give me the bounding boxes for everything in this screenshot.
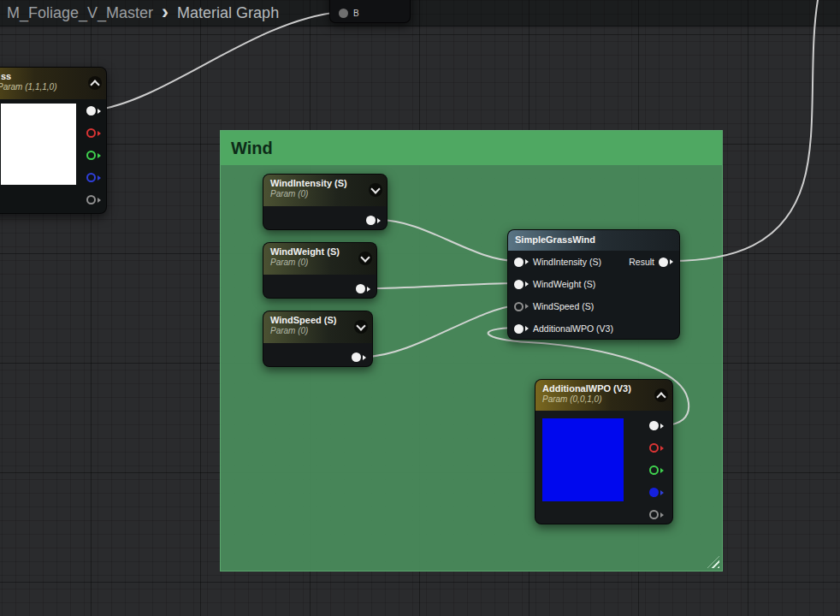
output-pin-g[interactable] — [649, 465, 659, 475]
pin-arrow-icon — [98, 109, 101, 114]
node-header[interactable]: ss Param (1,1,1,0) — [0, 68, 106, 99]
output-label: Result — [629, 257, 654, 267]
node-subtitle: Param (0) — [270, 326, 365, 335]
pin-arrow-icon — [525, 304, 529, 309]
pin-arrow-icon — [660, 490, 664, 495]
input-label: WindSpeed (S) — [533, 301, 594, 311]
chevron-up-icon — [90, 80, 99, 89]
output-pin-b[interactable] — [86, 173, 96, 182]
node-title: ss — [0, 71, 99, 81]
node-header[interactable]: WindSpeed (S) Param (0) — [263, 311, 372, 343]
expand-button[interactable] — [358, 252, 372, 265]
node-title: SimpleGrassWind — [515, 234, 672, 245]
pin-arrow-icon — [525, 326, 529, 331]
wire-leftparam-to-b[interactable] — [94, 12, 340, 110]
breadcrumb-chevron-icon: › — [162, 3, 169, 21]
pin-arrow-icon — [660, 446, 664, 451]
output-pin-a[interactable] — [649, 510, 659, 519]
wire-windintensity[interactable] — [379, 220, 517, 261]
output-pin[interactable] — [366, 216, 376, 225]
node-subtitle: Param (0) — [270, 258, 370, 267]
collapse-button[interactable] — [654, 388, 668, 402]
node-header[interactable]: SimpleGrassWind — [508, 230, 679, 251]
node-title: WindSpeed (S) — [270, 315, 365, 325]
pin-arrow-icon — [98, 175, 101, 181]
input-label: WindWeight (S) — [533, 279, 595, 289]
node-title: AdditionalWPO (V3) — [542, 383, 665, 394]
input-pin-windintensity[interactable] — [514, 258, 524, 267]
input-label: WindIntensity (S) — [533, 257, 601, 267]
node-header[interactable]: WindIntensity (S) Param (0) — [263, 175, 387, 206]
node-subtitle: Param (0) — [270, 189, 380, 198]
wire-layer — [0, 0, 840, 616]
material-graph-canvas[interactable]: Wind B ss Param (1,1,1,0) — [0, 0, 840, 616]
pin-arrow-icon — [377, 218, 381, 223]
node-additionalwpo-param[interactable]: AdditionalWPO (V3) Param (0,0,1,0) — [535, 379, 673, 524]
pin-arrow-icon — [660, 424, 664, 429]
pin-arrow-icon — [98, 153, 101, 158]
expand-button[interactable] — [369, 183, 382, 197]
chevron-down-icon — [370, 184, 380, 193]
input-pin-b[interactable] — [339, 9, 348, 18]
output-pin-a[interactable] — [86, 195, 96, 204]
node-windweight-param[interactable]: WindWeight (S) Param (0) — [263, 242, 377, 299]
input-pin-windspeed[interactable] — [514, 302, 524, 311]
output-pin-rgba[interactable] — [86, 106, 96, 116]
node-subtitle: Param (1,1,1,0) — [0, 82, 99, 92]
output-pin-b[interactable] — [649, 488, 659, 497]
pin-row-windintensity: WindIntensity (S) Result — [508, 251, 679, 273]
node-windintensity-param[interactable]: WindIntensity (S) Param (0) — [263, 174, 387, 230]
pin-arrow-icon — [525, 281, 529, 287]
output-pin-r[interactable] — [86, 128, 96, 138]
pin-arrow-icon — [525, 259, 529, 264]
output-pin-result[interactable] — [659, 258, 668, 267]
node-title: WindIntensity (S) — [270, 178, 380, 188]
pin-arrow-icon — [367, 287, 370, 292]
output-pin-r[interactable] — [649, 443, 659, 453]
node-header[interactable]: WindWeight (S) Param (0) — [263, 243, 376, 275]
node-simplegrasswind[interactable]: SimpleGrassWind WindIntensity (S) Result… — [507, 229, 680, 340]
output-pin-rgba[interactable] — [649, 421, 659, 430]
node-top-partial[interactable]: B — [329, 0, 411, 23]
color-preview-white — [1, 104, 76, 185]
pin-arrow-icon — [98, 198, 101, 203]
pin-arrow-icon — [670, 259, 673, 264]
breadcrumb: M_Foliage_V_Master › Material Graph — [7, 0, 279, 26]
expand-button[interactable] — [354, 320, 368, 334]
breadcrumb-current: Material Graph — [177, 4, 279, 22]
pin-row-additionalwpo: AdditionalWPO (V3) — [508, 317, 679, 340]
wire-result-out[interactable] — [671, 0, 819, 261]
wire-windweight[interactable] — [368, 283, 517, 288]
color-preview-blue — [542, 418, 624, 501]
pin-row-windweight: WindWeight (S) — [508, 273, 679, 295]
pin-arrow-icon — [98, 131, 101, 136]
pin-arrow-icon — [660, 512, 664, 518]
chevron-down-icon — [356, 321, 365, 330]
input-pin-additionalwpo[interactable] — [514, 324, 524, 334]
breadcrumb-root[interactable]: M_Foliage_V_Master — [7, 4, 153, 22]
input-label: AdditionalWPO (V3) — [533, 323, 613, 334]
node-title: WindWeight (S) — [270, 246, 370, 257]
node-subtitle: Param (0,0,1,0) — [542, 394, 665, 404]
pin-row-windspeed: WindSpeed (S) — [508, 295, 679, 317]
chevron-down-icon — [360, 252, 370, 262]
node-windspeed-param[interactable]: WindSpeed (S) Param (0) — [263, 311, 373, 367]
pin-arrow-icon — [660, 468, 664, 473]
collapse-button[interactable] — [88, 76, 102, 90]
node-header[interactable]: AdditionalWPO (V3) Param (0,0,1,0) — [535, 380, 672, 411]
output-pin-g[interactable] — [86, 151, 96, 160]
chevron-up-icon — [656, 392, 665, 401]
output-pin[interactable] — [356, 284, 365, 293]
pin-arrow-icon — [363, 355, 366, 360]
node-vector-param-left[interactable]: ss Param (1,1,1,0) — [0, 67, 107, 214]
wire-windspeed[interactable] — [364, 305, 517, 357]
input-pin-windweight[interactable] — [514, 280, 524, 289]
pin-label-b: B — [353, 9, 359, 18]
output-pin[interactable] — [352, 352, 361, 362]
